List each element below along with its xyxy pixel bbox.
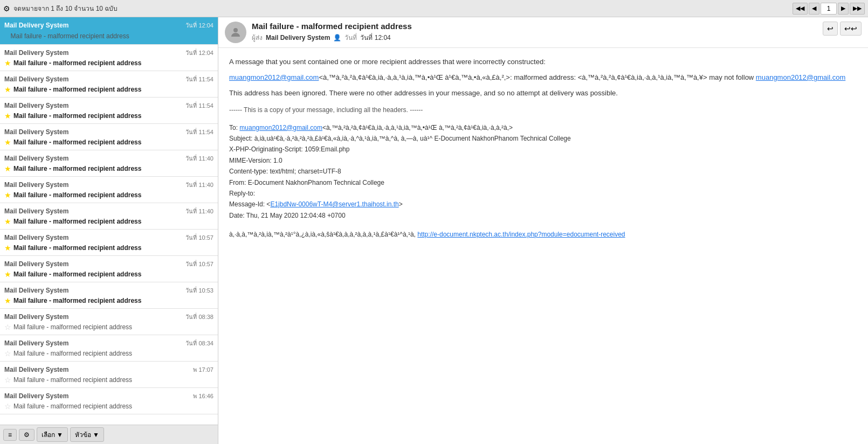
email-sender-11: Mail Delivery System bbox=[4, 287, 68, 294]
email-list-item-7[interactable]: Mail Delivery Systemวันที่ 11:40★Mail fa… bbox=[0, 177, 218, 203]
list-view-button[interactable]: ≡ bbox=[3, 429, 17, 441]
email-subject-row-10: ★Mail failure - malformed recipient addr… bbox=[4, 270, 213, 279]
email-item-header-13: Mail Delivery Systemวันที่ 08:34 bbox=[4, 338, 213, 348]
star-icon-5[interactable]: ★ bbox=[4, 138, 11, 147]
email-list-item-6[interactable]: Mail Delivery Systemวันที่ 11:40★Mail fa… bbox=[0, 150, 218, 177]
email-item-header-11: Mail Delivery Systemวันที่ 10:53 bbox=[4, 286, 213, 295]
email-subject-row-13: ☆Mail failure - malformed recipient addr… bbox=[4, 349, 213, 358]
nav-prev-button[interactable]: ◀ bbox=[809, 3, 819, 15]
email-list-item-3[interactable]: Mail Delivery Systemวันที่ 11:54★Mail fa… bbox=[0, 71, 218, 98]
email-item-header-10: Mail Delivery Systemวันที่ 10:57 bbox=[4, 259, 213, 269]
email-list-item-4[interactable]: Mail Delivery Systemวันที่ 11:54★Mail fa… bbox=[0, 98, 218, 124]
email-list-item-13[interactable]: Mail Delivery Systemวันที่ 08:34☆Mail fa… bbox=[0, 335, 218, 362]
email-list-item-15[interactable]: Mail Delivery Systemพ 16:46☆Mail failure… bbox=[0, 388, 218, 414]
header-to-link[interactable]: muangmon2012@gmail.com bbox=[239, 124, 322, 131]
email-subject-3: Mail failure - malformed recipient addre… bbox=[13, 86, 141, 93]
email-subject-14: Mail failure - malformed recipient addre… bbox=[13, 376, 132, 384]
email-item-header-14: Mail Delivery Systemพ 17:07 bbox=[4, 365, 213, 374]
email-list-item-9[interactable]: Mail Delivery Systemวันที่ 10:57★Mail fa… bbox=[0, 230, 218, 256]
email-body: A message that you sent contained one or… bbox=[218, 48, 868, 444]
header-from: From: E-Document NakhonPhanom Technical … bbox=[229, 177, 857, 188]
email-item-header-7: Mail Delivery Systemวันที่ 11:40 bbox=[4, 180, 213, 190]
email-list-item-14[interactable]: Mail Delivery Systemพ 17:07☆Mail failure… bbox=[0, 362, 218, 388]
email-list: Mail Delivery Systemวันที่ 12:04•Mail fa… bbox=[0, 17, 218, 425]
email-time-6: วันที่ 11:40 bbox=[185, 154, 213, 163]
email-list-item-12[interactable]: Mail Delivery Systemวันที่ 08:38☆Mail fa… bbox=[0, 309, 218, 335]
star-icon-3[interactable]: ★ bbox=[4, 85, 11, 94]
email-sender-1: Mail Delivery System bbox=[4, 22, 68, 29]
email-time-14: พ 17:07 bbox=[193, 365, 213, 374]
email-sender-3: Mail Delivery System bbox=[4, 75, 68, 83]
nav-next-button[interactable]: ▶ bbox=[838, 3, 849, 15]
select-label: เลือก bbox=[42, 429, 55, 440]
no-star-icon: ☆ bbox=[4, 349, 11, 358]
email-subject-10: Mail failure - malformed recipient addre… bbox=[13, 270, 141, 278]
email-subject-row-12: ☆Mail failure - malformed recipient addr… bbox=[4, 323, 213, 331]
footer-link-line: à,·à,à,™à,²à,ià,™à,²à¹°à,¿à,ià,«à,šà¹€à,… bbox=[229, 230, 857, 240]
email-time-2: วันที่ 12:04 bbox=[185, 48, 213, 58]
email-subject-row-1: •Mail failure - malformed recipient addr… bbox=[4, 31, 213, 41]
email-sender-6: Mail Delivery System bbox=[4, 155, 68, 162]
email-time-3: วันที่ 11:54 bbox=[185, 74, 213, 84]
body-paragraph-2: This address has been ignored. There wer… bbox=[229, 88, 857, 99]
email-list-item-2[interactable]: Mail Delivery Systemวันที่ 12:04★Mail fa… bbox=[0, 45, 218, 71]
footer-text: à,·à,à,™à,²à,ià,™à,²à¹°à,¿à,ià,«à,šà¹€à,… bbox=[229, 231, 417, 238]
email-detail-panel: Mail failure - malformed recipient addre… bbox=[218, 17, 868, 444]
star-icon-4[interactable]: ★ bbox=[4, 112, 11, 120]
email-subject-row-15: ☆Mail failure - malformed recipient addr… bbox=[4, 402, 213, 411]
star-icon-11[interactable]: ★ bbox=[4, 296, 11, 305]
email-list-item-5[interactable]: Mail Delivery Systemวันที่ 11:54★Mail fa… bbox=[0, 124, 218, 150]
email-time-8: วันที่ 11:40 bbox=[185, 206, 213, 216]
star-icon-8[interactable]: ★ bbox=[4, 217, 11, 226]
email-time-1: วันที่ 12:04 bbox=[185, 20, 213, 30]
sort-arrow-icon: ▼ bbox=[93, 431, 99, 439]
email-subject-row-2: ★Mail failure - malformed recipient addr… bbox=[4, 59, 213, 67]
no-star-icon: ☆ bbox=[4, 323, 11, 331]
star-icon-6[interactable]: ★ bbox=[4, 164, 11, 173]
email-list-item-11[interactable]: Mail Delivery Systemวันที่ 10:53★Mail fa… bbox=[0, 282, 218, 309]
email-list-item-8[interactable]: Mail Delivery Systemวันที่ 11:40★Mail fa… bbox=[0, 203, 218, 230]
star-icon-2[interactable]: ★ bbox=[4, 59, 11, 67]
email-sender-8: Mail Delivery System bbox=[4, 207, 68, 215]
body-paragraph-1: A message that you sent contained one or… bbox=[229, 57, 857, 68]
email-subject-1: Mail failure - malformed recipient addre… bbox=[11, 32, 129, 40]
toolbar-label: จดหมายจาก 1 ถึง 10 จำนวน 10 ฉบับ bbox=[13, 3, 789, 13]
email-sender-9: Mail Delivery System bbox=[4, 234, 68, 241]
email-subject-12: Mail failure - malformed recipient addre… bbox=[13, 323, 132, 331]
email-sender-5: Mail Delivery System bbox=[4, 128, 68, 136]
active-dot-icon: • bbox=[4, 31, 8, 41]
sort-button[interactable]: หัวข้อ ▼ bbox=[70, 427, 104, 442]
settings-button[interactable]: ⚙ bbox=[19, 429, 35, 441]
reply-button[interactable]: ↩ bbox=[823, 22, 838, 36]
recipient-link-1[interactable]: muangmon2012@gmail.com bbox=[229, 73, 319, 81]
email-subject-13: Mail failure - malformed recipient addre… bbox=[13, 350, 132, 357]
settings-gear-icon[interactable]: ⚙ bbox=[3, 4, 10, 13]
body-link-paragraph: muangmon2012@gmail.com<à,™à,²à,²à,¢à¹€à,… bbox=[229, 72, 857, 84]
email-item-header-1: Mail Delivery Systemวันที่ 12:04 bbox=[4, 20, 213, 30]
message-id-link[interactable]: E1jbdNw-0006wT-M4@server1.thaihost.in.th bbox=[270, 200, 398, 208]
recipient-link-2[interactable]: muangmon2012@gmail.com bbox=[756, 73, 845, 81]
email-list-item-1[interactable]: Mail Delivery Systemวันที่ 12:04•Mail fa… bbox=[0, 17, 218, 45]
page-number-input[interactable] bbox=[821, 3, 837, 15]
email-item-header-6: Mail Delivery Systemวันที่ 11:40 bbox=[4, 154, 213, 163]
nav-first-button[interactable]: ◀◀ bbox=[793, 3, 808, 15]
date-label: วันที่ bbox=[345, 32, 357, 43]
header-date: Date: Thu, 21 May 2020 12:04:48 +0700 bbox=[229, 210, 857, 221]
email-list-item-10[interactable]: Mail Delivery Systemวันที่ 10:57★Mail fa… bbox=[0, 256, 218, 282]
star-icon-7[interactable]: ★ bbox=[4, 191, 11, 199]
select-button[interactable]: เลือก ▼ bbox=[37, 427, 68, 442]
nav-last-button[interactable]: ▶▶ bbox=[850, 3, 865, 15]
header-messageid: Message-Id: <E1jbdNw-0006wT-M4@server1.t… bbox=[229, 199, 857, 210]
email-time-9: วันที่ 10:57 bbox=[185, 233, 213, 242]
star-icon-9[interactable]: ★ bbox=[4, 244, 11, 252]
header-mime: MIME-Version: 1.0 bbox=[229, 155, 857, 166]
star-icon-10[interactable]: ★ bbox=[4, 270, 11, 279]
email-subject-2: Mail failure - malformed recipient addre… bbox=[13, 59, 141, 67]
email-time-7: วันที่ 11:40 bbox=[185, 180, 213, 190]
footer-link[interactable]: http://e-document.nkptech.ac.th/index.ph… bbox=[417, 231, 625, 238]
reply-all-button[interactable]: ↩↩ bbox=[840, 22, 862, 36]
email-subject-row-8: ★Mail failure - malformed recipient addr… bbox=[4, 217, 213, 226]
email-subject-row-3: ★Mail failure - malformed recipient addr… bbox=[4, 85, 213, 94]
email-sender-13: Mail Delivery System bbox=[4, 339, 68, 347]
bottom-toolbar: ≡ ⚙ เลือก ▼ หัวข้อ ▼ bbox=[0, 425, 218, 444]
